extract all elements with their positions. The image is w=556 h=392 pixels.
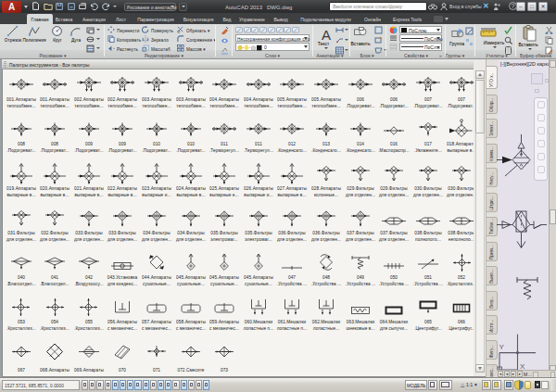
svg-text:Y: Y: [499, 343, 505, 351]
